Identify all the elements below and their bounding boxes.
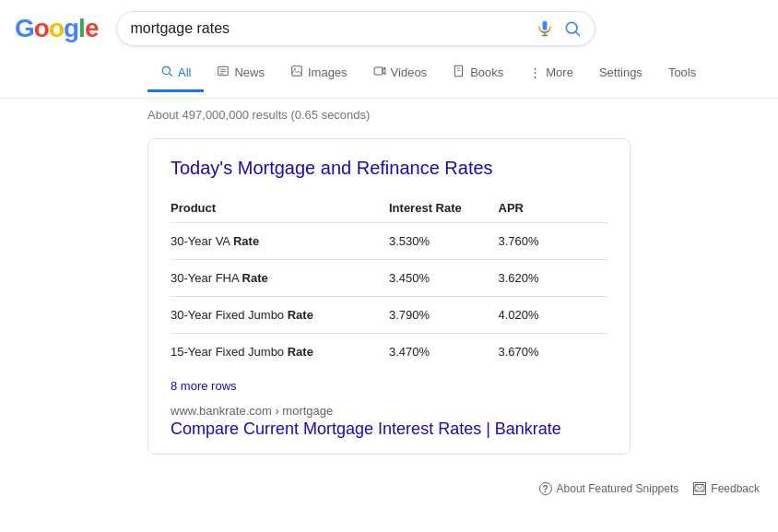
table-row: 30-Year FHA Rate3.450%3.620%: [171, 260, 607, 297]
tab-settings-label: Settings: [599, 65, 642, 79]
product-cell: 30-Year VA Rate: [171, 223, 389, 260]
apr-cell: 4.020%: [499, 297, 608, 334]
svg-rect-11: [292, 66, 302, 77]
footer-bar: ? About Featured Snippets Feedback: [0, 473, 778, 504]
snippet-title: Today's Mortgage and Refinance Rates: [171, 158, 607, 179]
tab-news[interactable]: News: [204, 55, 277, 92]
table-row: 30-Year Fixed Jumbo Rate3.790%4.020%: [171, 297, 607, 334]
info-icon: ?: [539, 482, 552, 495]
tab-images-label: Images: [308, 65, 348, 79]
table-row: 30-Year VA Rate3.530%3.760%: [171, 223, 607, 260]
about-snippets-link[interactable]: ? About Featured Snippets: [539, 482, 679, 495]
product-cell: 30-Year Fixed Jumbo Rate: [171, 297, 389, 334]
svg-rect-13: [374, 67, 383, 75]
feedback-link[interactable]: Feedback: [693, 482, 760, 495]
feedback-label: Feedback: [711, 482, 760, 495]
google-logo: Google: [15, 14, 98, 43]
tab-books[interactable]: Books: [440, 55, 516, 92]
col-interest-rate: Interest Rate: [389, 194, 499, 223]
results-info: About 497,000,000 results (0.65 seconds): [0, 99, 778, 131]
apr-cell: 3.670%: [499, 334, 608, 371]
interest-rate-cell: 3.530%: [389, 223, 499, 260]
interest-rate-cell: 3.450%: [389, 260, 499, 297]
svg-rect-0: [543, 21, 548, 30]
more-icon: ⋮: [529, 65, 541, 79]
featured-snippet: Today's Mortgage and Refinance Rates Pro…: [147, 138, 631, 455]
search-button-icon[interactable]: [563, 19, 582, 38]
tab-more-label: More: [546, 65, 573, 79]
tab-books-label: Books: [470, 65, 503, 79]
result-link[interactable]: Compare Current Mortgage Interest Rates …: [171, 420, 607, 439]
col-product: Product: [171, 194, 389, 223]
tab-videos-label: Videos: [391, 65, 428, 79]
apr-cell: 3.760%: [499, 223, 608, 260]
tab-more[interactable]: ⋮ More: [516, 56, 586, 91]
rate-table: Product Interest Rate APR 30-Year VA Rat…: [171, 194, 607, 370]
more-rows-link[interactable]: 8 more rows: [171, 379, 237, 393]
tab-videos[interactable]: Videos: [360, 55, 441, 92]
mic-icon[interactable]: [536, 19, 554, 38]
svg-line-6: [170, 74, 172, 77]
svg-line-4: [576, 32, 580, 36]
feedback-icon: [693, 482, 706, 495]
search-bar: [116, 11, 595, 46]
table-row: 15-Year Fixed Jumbo Rate3.470%3.670%: [171, 334, 607, 371]
tab-tools-label: Tools: [668, 65, 696, 79]
all-icon: [160, 65, 173, 80]
search-icons: [536, 19, 582, 38]
nav-tabs: All News Images Videos Books ⋮ More Sett…: [0, 50, 778, 99]
nav-right: Settings Tools: [586, 56, 709, 91]
product-cell: 15-Year Fixed Jumbo Rate: [171, 334, 389, 371]
images-icon: [290, 65, 303, 80]
interest-rate-cell: 3.470%: [389, 334, 499, 371]
about-snippets-label: About Featured Snippets: [557, 482, 679, 495]
svg-rect-14: [454, 65, 462, 77]
interest-rate-cell: 3.790%: [389, 297, 499, 334]
tab-all[interactable]: All: [147, 55, 204, 92]
svg-point-12: [294, 68, 296, 70]
tab-images[interactable]: Images: [277, 55, 360, 92]
tab-tools[interactable]: Tools: [655, 56, 709, 91]
search-input[interactable]: [130, 20, 528, 37]
product-cell: 30-Year FHA Rate: [171, 260, 389, 297]
source-url: www.bankrate.com › mortgage: [171, 404, 607, 418]
news-icon: [217, 65, 230, 80]
col-apr: APR: [499, 194, 608, 223]
tab-all-label: All: [178, 65, 191, 79]
tab-settings[interactable]: Settings: [586, 56, 655, 91]
videos-icon: [373, 65, 386, 80]
apr-cell: 3.620%: [499, 260, 608, 297]
tab-news-label: News: [234, 65, 265, 79]
header: Google: [0, 0, 778, 46]
books-icon: [453, 65, 466, 80]
